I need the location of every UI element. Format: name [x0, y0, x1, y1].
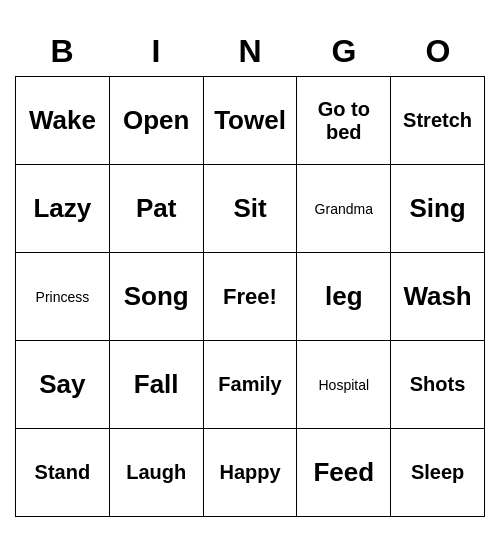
bingo-cell: Feed — [297, 429, 391, 517]
bingo-cell: Wash — [391, 253, 485, 341]
bingo-cell: Happy — [203, 429, 297, 517]
bingo-cell: Towel — [203, 77, 297, 165]
table-row: PrincessSongFree!legWash — [16, 253, 485, 341]
bingo-cell: Shots — [391, 341, 485, 429]
table-row: StandLaughHappyFeedSleep — [16, 429, 485, 517]
header-letter: N — [203, 27, 297, 76]
bingo-card: BINGO WakeOpenTowelGo to bedStretchLazyP… — [15, 27, 485, 517]
bingo-cell: Stand — [16, 429, 110, 517]
bingo-cell: Family — [203, 341, 297, 429]
bingo-cell: Grandma — [297, 165, 391, 253]
bingo-cell: Say — [16, 341, 110, 429]
bingo-cell: Fall — [109, 341, 203, 429]
bingo-cell: Lazy — [16, 165, 110, 253]
table-row: LazyPatSitGrandmaSing — [16, 165, 485, 253]
bingo-cell: leg — [297, 253, 391, 341]
bingo-cell: Sleep — [391, 429, 485, 517]
header-letter: O — [391, 27, 485, 76]
bingo-grid: WakeOpenTowelGo to bedStretchLazyPatSitG… — [15, 76, 485, 517]
bingo-cell: Sit — [203, 165, 297, 253]
bingo-cell: Open — [109, 77, 203, 165]
bingo-cell: Pat — [109, 165, 203, 253]
header-letter: G — [297, 27, 391, 76]
table-row: SayFallFamilyHospitalShots — [16, 341, 485, 429]
header-letter: B — [15, 27, 109, 76]
bingo-cell: Song — [109, 253, 203, 341]
bingo-cell: Free! — [203, 253, 297, 341]
bingo-cell: Stretch — [391, 77, 485, 165]
bingo-cell: Go to bed — [297, 77, 391, 165]
bingo-cell: Hospital — [297, 341, 391, 429]
bingo-header: BINGO — [15, 27, 485, 76]
bingo-cell: Wake — [16, 77, 110, 165]
bingo-cell: Laugh — [109, 429, 203, 517]
header-letter: I — [109, 27, 203, 76]
bingo-cell: Princess — [16, 253, 110, 341]
bingo-cell: Sing — [391, 165, 485, 253]
table-row: WakeOpenTowelGo to bedStretch — [16, 77, 485, 165]
